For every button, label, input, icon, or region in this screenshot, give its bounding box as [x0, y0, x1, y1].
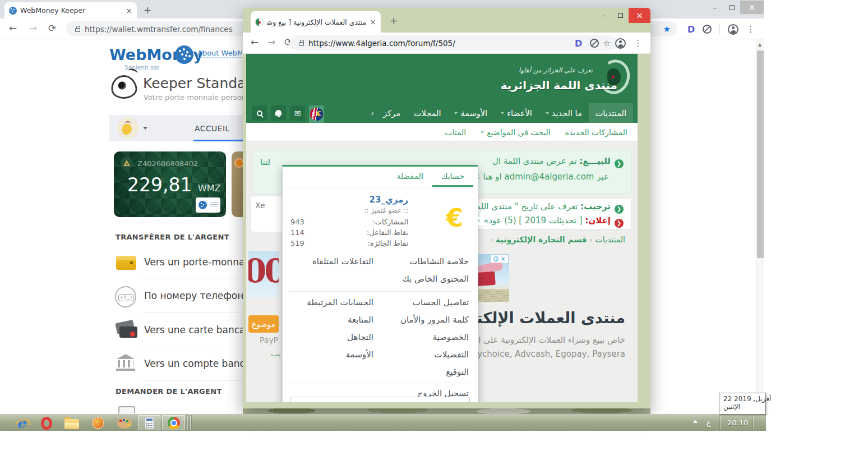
taskbar-opera-icon[interactable] — [39, 416, 54, 430]
menu-password-security[interactable]: كلمة المرور والأمان — [400, 315, 469, 325]
subnav-new-posts[interactable]: المشاركات الجديدة — [565, 128, 627, 137]
menu-received-reactions[interactable]: التفاعلات المتلقاة — [312, 256, 373, 266]
menu-item-compte-bancaire[interactable]: Vers un compte bancaire — [114, 350, 243, 381]
wm-adblock-icon[interactable] — [703, 25, 712, 34]
wm-scroll-up-icon[interactable]: ▲ — [758, 42, 761, 47]
tab-your-account[interactable]: حسابك — [432, 167, 473, 187]
nav-whats-new[interactable]: ما الجديد — [539, 103, 589, 123]
menu-your-content[interactable]: المحتوى الخاص بك — [402, 274, 469, 284]
wm-restore-button[interactable] — [723, 3, 740, 12]
fg-tab-close-icon[interactable]: × — [370, 18, 376, 26]
wallet-card-partial[interactable] — [232, 151, 244, 217]
wm-new-tab-button[interactable]: + — [144, 4, 151, 16]
wm-profile-icon[interactable] — [728, 24, 738, 35]
fg-back-icon[interactable]: ← — [251, 36, 258, 48]
wm-reload-icon[interactable]: ⟳ — [48, 22, 56, 34]
tray-clock[interactable]: 20:10 — [727, 415, 748, 431]
wm-back-icon[interactable]: ← — [9, 22, 17, 34]
wm-avatar[interactable] — [117, 117, 138, 139]
wm-tab-close-icon[interactable]: × — [126, 7, 132, 15]
about-webmoney-link[interactable]: About WebMon — [197, 49, 242, 58]
taskbar-paint-icon[interactable] — [117, 416, 132, 430]
fg-url-bar[interactable]: https://www.4algeria.com/forum/f/505/ ☆ — [290, 35, 617, 50]
fg-browser-tab[interactable]: منتدى العملات الإلكترونية [ بيع وشرا × — [251, 11, 381, 33]
webmoney-favicon — [9, 7, 17, 15]
tray-language-indicator[interactable]: ع — [707, 415, 711, 431]
fg-close-button[interactable]: × — [629, 8, 650, 23]
keeper-eye-logo — [109, 73, 138, 100]
new-topic-button-fragment[interactable]: موضوع — [248, 315, 279, 333]
fg-new-tab-button[interactable]: + — [390, 15, 398, 26]
taskbar-settings-icon[interactable] — [91, 416, 105, 430]
nav-scroll-chevron-icon[interactable]: ‹ — [368, 103, 376, 123]
wm-extension-d-icon[interactable]: D — [687, 24, 695, 35]
taskbar-calculator-button[interactable] — [138, 415, 160, 430]
fg-menu-dots-icon[interactable]: ⋮ — [634, 38, 642, 48]
wm-vertical-scrollbar[interactable]: ▲ — [756, 39, 764, 413]
tab-favorites[interactable]: المفضلة — [387, 167, 432, 187]
ad-close-icon[interactable]: × — [500, 256, 505, 262]
fg-toolbar-separator — [607, 38, 607, 49]
user-avatar-large[interactable] — [416, 192, 470, 246]
menu-following[interactable]: المتابعة — [348, 315, 373, 325]
taskbar-chrome-button[interactable] — [162, 415, 185, 430]
stat-posts-value: 943 — [290, 218, 304, 226]
wm-minimize-button[interactable]: – — [707, 3, 723, 12]
fg-forward-icon[interactable]: → — [267, 36, 275, 48]
search-icon[interactable] — [252, 105, 267, 121]
bell-icon[interactable] — [271, 105, 286, 121]
nav-members[interactable]: الأعضاء — [494, 103, 539, 123]
forum-subnav: المشاركات الجديدة البحث في المواضيع المت… — [246, 123, 638, 142]
pyramid-eye-icon — [121, 157, 133, 169]
fg-minimize-button[interactable]: – — [595, 8, 612, 22]
mail-icon[interactable]: ✉ — [290, 105, 305, 121]
ad-info-icon[interactable]: i — [493, 256, 498, 261]
status-update-input[interactable] — [290, 397, 470, 402]
stat-posts-label: المشاركات: — [372, 218, 408, 226]
wm-menu-dots-icon[interactable]: ⋮ — [746, 24, 755, 34]
breadcrumb-forums[interactable]: المنتديات — [595, 235, 625, 244]
nav-medals[interactable]: الأوسمة — [447, 103, 494, 123]
screen: WebMoney Keeper × + – × ← → ⟳ https://wa… — [0, 0, 868, 469]
tray-show-hidden-icon[interactable] — [693, 420, 698, 423]
nav-magazines[interactable]: المجلات — [407, 103, 448, 123]
subnav-search-threads[interactable]: البحث في المواضيع — [481, 128, 550, 137]
menu-activity-summary[interactable]: خلاصة النشاطات — [409, 256, 469, 266]
user-avatar-button[interactable] — [309, 105, 324, 123]
wm-browser-tab[interactable]: WebMoney Keeper × — [4, 2, 137, 19]
subnav-following[interactable]: المتاب — [445, 128, 466, 137]
menu-item-porte-monnaie[interactable]: Vers un porte-monnaie — [114, 248, 243, 279]
wm-scroll-thumb[interactable] — [757, 50, 764, 258]
menu-signature[interactable]: التوقيع — [446, 367, 469, 377]
wm-account-tabbar: ACCUEIL — [109, 115, 243, 141]
username-link[interactable]: رمزي_23 — [370, 195, 408, 205]
fg-extension-d-icon[interactable]: D — [575, 38, 582, 49]
ad-banner[interactable]: i × — [474, 254, 509, 302]
wm-bookmark-star-icon[interactable]: ★ — [663, 24, 671, 34]
taskbar-explorer-icon[interactable] — [64, 416, 79, 430]
menu-medals[interactable]: الأوسمة — [346, 350, 373, 360]
fg-url-text[interactable]: https://www.4algeria.com/forum/f/505/ — [308, 39, 599, 48]
wallet-card-wmz[interactable]: Z402606808402 229,81 WMZ — [114, 151, 226, 217]
menu-privacy[interactable]: الخصوصية — [433, 332, 469, 342]
nav-forums[interactable]: المنتديات — [589, 103, 633, 123]
tab-accueil[interactable]: ACCUEIL — [195, 124, 230, 133]
menu-item-carte-bancaire[interactable]: Vers une carte bancaire — [114, 316, 243, 347]
menu-item-phone-number[interactable]: По номеру телефона — [114, 282, 243, 313]
chrome-stacked-window-bar[interactable] — [186, 415, 188, 430]
wm-forward-icon[interactable]: → — [29, 22, 37, 34]
fg-profile-icon[interactable] — [615, 38, 626, 49]
wm-close-button[interactable]: × — [740, 1, 764, 14]
fg-adblock-icon[interactable] — [590, 39, 599, 48]
chevron-down-icon[interactable] — [143, 127, 147, 130]
fg-restore-button[interactable] — [612, 8, 629, 22]
menu-ignoring[interactable]: التجاهل — [347, 332, 373, 342]
nav-center[interactable]: مركز — [376, 103, 407, 123]
breadcrumb-section[interactable]: قسم التجارة الإلكترونية — [496, 235, 587, 244]
wm-toolbar-separator — [719, 24, 720, 35]
menu-account-details[interactable]: تفاصيل الحساب — [413, 297, 469, 307]
chrome-stacked-window-bar[interactable] — [190, 415, 192, 430]
taskbar-ie-icon[interactable]: e — [14, 416, 29, 430]
menu-connected-accounts[interactable]: الحسابات المرتبطة — [307, 297, 373, 307]
menu-preferences[interactable]: التفضيلات — [435, 350, 469, 360]
